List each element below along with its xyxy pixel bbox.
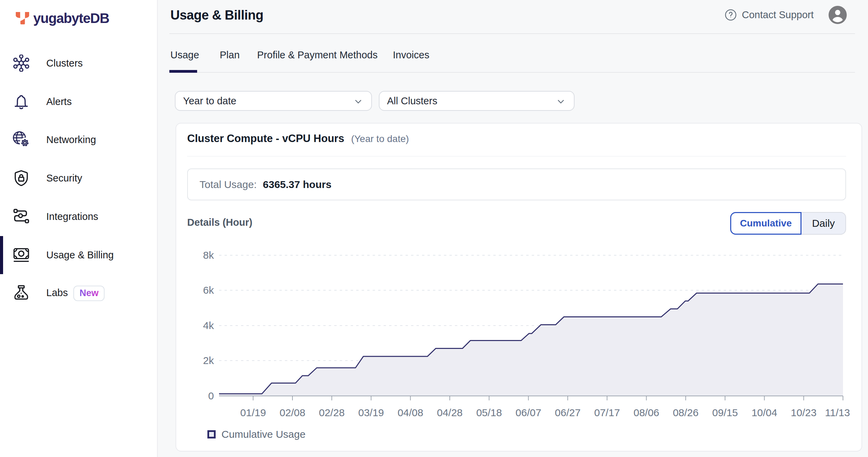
svg-text:09/15: 09/15 — [712, 407, 738, 418]
svg-text:08/26: 08/26 — [673, 407, 699, 418]
svg-text:4k: 4k — [203, 320, 214, 331]
svg-text:10/23: 10/23 — [791, 407, 817, 418]
svg-text:11/13: 11/13 — [825, 407, 850, 418]
svg-text:0: 0 — [208, 390, 214, 401]
svg-text:01/19: 01/19 — [240, 407, 266, 418]
svg-text:10/04: 10/04 — [751, 407, 777, 418]
svg-text:07/17: 07/17 — [594, 407, 620, 418]
svg-text:05/18: 05/18 — [476, 407, 502, 418]
svg-text:02/08: 02/08 — [280, 407, 305, 418]
svg-text:04/08: 04/08 — [398, 407, 423, 418]
svg-text:04/28: 04/28 — [437, 407, 462, 418]
svg-text:02/28: 02/28 — [319, 407, 345, 418]
svg-text:2k: 2k — [203, 355, 214, 366]
svg-text:8k: 8k — [203, 249, 214, 261]
svg-text:06/07: 06/07 — [516, 407, 541, 418]
svg-text:06/27: 06/27 — [555, 407, 581, 418]
svg-text:08/06: 08/06 — [634, 407, 659, 418]
svg-text:03/19: 03/19 — [358, 407, 384, 418]
svg-text:6k: 6k — [203, 284, 214, 296]
